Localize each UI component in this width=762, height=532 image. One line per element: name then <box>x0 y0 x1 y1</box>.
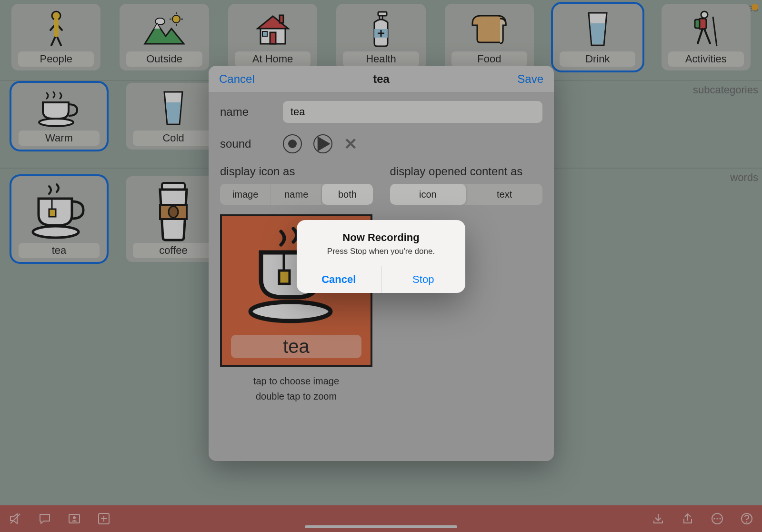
house-icon <box>228 7 317 51</box>
sound-label: sound <box>220 137 272 151</box>
category-card-outside[interactable]: Outside <box>120 4 209 70</box>
play-button[interactable] <box>313 134 332 153</box>
share-icon[interactable] <box>681 512 694 525</box>
notification-dot-icon <box>752 4 758 10</box>
svg-line-17 <box>713 17 717 46</box>
svg-point-38 <box>719 518 721 519</box>
help-icon[interactable] <box>740 512 753 525</box>
seg-option-both[interactable]: both <box>322 184 372 205</box>
svg-rect-16 <box>695 20 700 28</box>
svg-point-18 <box>39 119 73 126</box>
name-label: name <box>220 105 272 119</box>
word-label: tea <box>19 243 100 258</box>
person-icon <box>11 7 100 51</box>
category-card-at-home[interactable]: At Home <box>228 4 317 70</box>
category-label: Activities <box>668 51 744 67</box>
display-content-label: display opened content as <box>390 165 543 178</box>
category-card-food[interactable]: Food <box>445 4 534 70</box>
svg-rect-10 <box>262 31 267 36</box>
preview-hints: tap to choose image double tap to zoom <box>220 373 372 404</box>
category-card-people[interactable]: People <box>11 4 100 70</box>
modal-header: Cancel tea Save <box>209 66 554 92</box>
alert-cancel-button[interactable]: Cancel <box>297 266 381 293</box>
save-button[interactable]: Save <box>517 72 543 86</box>
name-input[interactable] <box>283 101 542 123</box>
svg-marker-25 <box>318 136 331 151</box>
svg-point-21 <box>33 226 79 238</box>
seg-option-text[interactable]: text <box>466 184 542 205</box>
cancel-button[interactable]: Cancel <box>219 72 255 86</box>
tea-cup-icon <box>11 179 107 243</box>
category-label: Drink <box>560 51 635 67</box>
sanitizer-icon <box>336 7 425 51</box>
seg-option-image[interactable]: image <box>220 184 271 205</box>
word-label: coffee <box>133 243 214 258</box>
svg-rect-8 <box>280 15 283 23</box>
svg-point-1 <box>172 15 180 23</box>
category-card-health[interactable]: Health <box>336 4 425 70</box>
word-card-coffee[interactable]: coffee <box>126 176 221 262</box>
alert-title: Now Recording <box>306 231 456 244</box>
alert-message: Press Stop when you're done. <box>306 247 456 256</box>
subcategory-label: Cold <box>133 130 214 146</box>
record-button[interactable] <box>283 134 302 153</box>
svg-point-37 <box>716 518 718 519</box>
hint-zoom: double tap to zoom <box>220 389 372 404</box>
svg-point-31 <box>73 516 76 519</box>
category-label: People <box>18 51 94 67</box>
hint-choose: tap to choose image <box>220 373 372 389</box>
record-dot-icon <box>288 140 297 148</box>
category-label: Outside <box>126 51 202 67</box>
category-label: At Home <box>235 51 311 67</box>
svg-point-36 <box>713 518 715 519</box>
category-label: Food <box>451 51 527 67</box>
category-label: Health <box>343 51 419 67</box>
svg-rect-20 <box>49 209 56 217</box>
svg-rect-27 <box>279 271 290 284</box>
speech-bubble-icon[interactable] <box>38 512 51 525</box>
add-icon[interactable] <box>97 512 110 525</box>
glass-icon <box>126 86 221 130</box>
svg-point-24 <box>169 206 178 218</box>
svg-point-14 <box>701 11 708 18</box>
more-icon[interactable] <box>711 512 724 525</box>
segmented-display-icon: image name both <box>220 184 373 205</box>
display-icon-label: display icon as <box>220 165 373 178</box>
modal-title: tea <box>209 72 554 86</box>
segmented-display-content: icon text <box>390 184 543 205</box>
download-icon[interactable] <box>652 512 665 525</box>
subcategory-label: Warm <box>19 130 100 146</box>
preview-label: tea <box>231 335 362 358</box>
clear-sound-button[interactable]: ✕ <box>344 134 357 153</box>
seg-option-name[interactable]: name <box>271 184 322 205</box>
bread-icon <box>445 7 534 51</box>
subcategory-card-cold[interactable]: Cold <box>126 83 221 150</box>
alert-stop-button[interactable]: Stop <box>381 266 466 293</box>
recording-alert: Now Recording Press Stop when you're don… <box>297 220 465 293</box>
person-card-icon[interactable] <box>68 512 81 525</box>
play-icon <box>314 135 331 152</box>
seg-option-icon[interactable]: icon <box>390 184 467 205</box>
category-card-drink[interactable]: Drink <box>553 4 642 70</box>
hiker-icon <box>662 7 751 51</box>
glass-icon <box>553 7 642 51</box>
categories-row: People Outside At Home Health Food Drink <box>11 4 751 70</box>
category-card-activities[interactable]: Activities <box>662 4 751 70</box>
mute-icon[interactable] <box>9 512 22 525</box>
subcategory-card-warm[interactable]: Warm <box>11 83 107 150</box>
svg-point-40 <box>746 522 748 523</box>
mountain-sun-icon <box>120 7 209 51</box>
svg-point-28 <box>251 302 331 321</box>
coffee-cup-icon <box>126 179 221 243</box>
home-indicator <box>305 525 457 528</box>
svg-rect-9 <box>270 32 276 44</box>
hot-cup-icon <box>11 86 107 130</box>
word-card-tea[interactable]: tea <box>11 176 107 262</box>
